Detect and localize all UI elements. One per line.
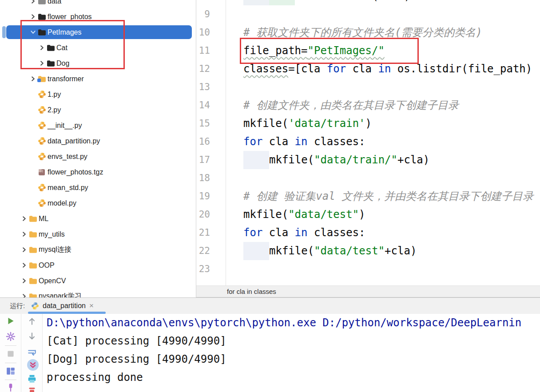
tree-item-ML[interactable]: ML [0, 211, 196, 226]
line-number[interactable]: 15 [196, 115, 226, 133]
code-line-content[interactable]: mkfile("data/test"+cla) [226, 242, 540, 260]
line-number[interactable]: 16 [196, 133, 226, 151]
code-line-content[interactable]: classes=[cla for cla in os.listdir(file_… [226, 60, 540, 78]
chevron-down-icon[interactable] [29, 28, 37, 36]
tree-item-transformer[interactable]: transformer [0, 71, 196, 87]
chevron-right-icon[interactable] [20, 214, 28, 223]
project-tree-panel[interactable]: dataflower_photosPetImagesCatDogtransfor… [0, 0, 196, 297]
toolbar-divider [5, 380, 16, 380]
code-token: in [295, 226, 308, 239]
run-label: 运行: [10, 298, 25, 314]
code-line-content[interactable]: for cla in classes: [226, 133, 540, 151]
code-line-18: 18 [196, 169, 540, 187]
line-number[interactable]: 20 [196, 206, 226, 224]
folder-icon [46, 59, 55, 68]
tree-item-data_partition.py[interactable]: data_partition.py [0, 133, 196, 149]
tree-item-OpenCV[interactable]: OpenCV [0, 273, 196, 289]
run-console-output[interactable]: D:\python\anaconda\envs\pytorch\python.e… [43, 314, 540, 392]
line-number[interactable]: 13 [196, 78, 226, 96]
line-number[interactable]: 23 [196, 260, 226, 278]
toolbar-divider [5, 345, 16, 346]
tree-item-data[interactable]: data [0, 0, 196, 9]
code-line-content[interactable] [226, 5, 540, 24]
tree-item-PetImages[interactable]: PetImages [0, 24, 196, 40]
tree-item-1.py[interactable]: 1.py [0, 87, 196, 102]
line-number[interactable]: 19 [196, 187, 226, 206]
chevron-right-icon[interactable] [20, 292, 28, 297]
code-line-content[interactable]: # 获取文件夹下的所有文件夹名(需要分类的类名) [226, 24, 540, 42]
editor-context-line[interactable]: for cla in classes [196, 285, 540, 297]
code-line-content[interactable] [226, 78, 540, 96]
tree-item-OOP[interactable]: OOP [0, 257, 196, 273]
tree-item-__init__.py[interactable]: __init__.py [0, 118, 196, 133]
tree-item-2.py[interactable]: 2.py [0, 102, 196, 118]
code-token: # 获取文件夹下的所有文件夹名(需要分类的类名) [243, 26, 482, 39]
scroll-to-end-icon[interactable] [27, 359, 37, 369]
code-line-content[interactable]: # 创建文件夹，由类名在其目录下创建子目录 [226, 96, 540, 115]
line-number[interactable]: 9 [196, 5, 226, 24]
code-token: ) [359, 208, 365, 221]
tree-item-mysql_[interactable]: mysql连接 [0, 242, 196, 257]
chevron-right-icon[interactable] [29, 75, 37, 83]
clear-all-icon[interactable] [27, 387, 37, 392]
code-line-content[interactable]: mkfile("data/train/"+cla) [226, 151, 540, 169]
tree-item-Cat[interactable]: Cat [0, 40, 196, 55]
pin-icon[interactable] [6, 383, 16, 392]
chevron-right-icon[interactable] [29, 0, 37, 5]
chevron-right-icon[interactable] [20, 261, 28, 269]
code-line-8: 8 os.makedirs(file) [196, 0, 540, 5]
run-toolwindow-header: 运行: data_partition × [0, 297, 540, 314]
code-line-22: 22 mkfile("data/test"+cla) [196, 242, 540, 260]
code-editor[interactable]: 8 os.makedirs(file)910# 获取文件夹下的所有文件夹名(需要… [196, 0, 540, 285]
tree-item-mean_std.py[interactable]: mean_std.py [0, 180, 196, 195]
down-stacktrace-icon[interactable] [27, 332, 37, 341]
chevron-right-icon[interactable] [20, 230, 28, 238]
code-line-content[interactable]: os.makedirs(file) [226, 0, 540, 5]
code-line-content[interactable] [226, 260, 540, 278]
line-number[interactable]: 18 [196, 169, 226, 187]
line-number[interactable]: 22 [196, 242, 226, 260]
line-number[interactable] [196, 278, 226, 285]
code-line-content[interactable]: for cla in classes: [226, 224, 540, 242]
run-toolbar-secondary [21, 314, 43, 392]
tree-item-my_utils[interactable]: my_utils [0, 226, 196, 242]
tree-item-flower_photos.tgz[interactable]: flower_photos.tgz [0, 164, 196, 180]
chevron-right-icon[interactable] [38, 44, 46, 52]
chevron-right-icon[interactable] [20, 245, 28, 254]
line-number[interactable]: 21 [196, 224, 226, 242]
stop-icon[interactable] [6, 349, 16, 359]
code-line-content[interactable]: mkfile('data/train') [226, 115, 540, 133]
chevron-right-icon[interactable] [20, 277, 28, 285]
tree-item-flower_photos[interactable]: flower_photos [0, 9, 196, 24]
code-line-19: 19# 创建 验证集val 文件夹，并由类名在其目录下创建子目录 [196, 187, 540, 206]
line-number[interactable]: 8 [196, 0, 226, 5]
tree-item-envs_test.py[interactable]: envs_test.py [0, 149, 196, 164]
tree-item-label: 1.py [48, 91, 61, 99]
line-number[interactable]: 10 [196, 24, 226, 42]
close-icon[interactable]: × [89, 301, 94, 310]
rerun-play-icon[interactable] [6, 316, 16, 326]
up-stacktrace-icon[interactable] [27, 316, 37, 326]
code-line-content[interactable] [226, 169, 540, 187]
line-number[interactable]: 17 [196, 151, 226, 169]
tree-item-model.py[interactable]: model.py [0, 195, 196, 211]
tree-item-Dog[interactable]: Dog [0, 55, 196, 71]
line-number[interactable]: 12 [196, 60, 226, 78]
code-line-content[interactable]: file_path="PetImages/" [226, 42, 540, 60]
line-number[interactable]: 14 [196, 96, 226, 115]
print-icon[interactable] [27, 374, 37, 384]
settings-gear-icon[interactable] [6, 332, 16, 341]
code-line-content[interactable] [226, 278, 540, 285]
code-token: os.listdir(file_path) [391, 63, 532, 75]
soft-wrap-icon[interactable] [27, 348, 37, 357]
tree-item-label: Cat [56, 44, 68, 52]
code-line-content[interactable]: mkfile("data/test") [226, 206, 540, 224]
chevron-right-icon[interactable] [38, 59, 46, 67]
tree-item-pysapark_[interactable]: pysapark学习 [0, 289, 196, 297]
chevron-spacer [29, 199, 37, 207]
line-number[interactable]: 11 [196, 42, 226, 60]
restore-layout-icon[interactable] [6, 366, 16, 376]
code-line-content[interactable]: # 创建 验证集val 文件夹，并由类名在其目录下创建子目录 [226, 187, 540, 206]
tree-item-label: flower_photos [48, 13, 92, 21]
chevron-right-icon[interactable] [29, 12, 37, 21]
